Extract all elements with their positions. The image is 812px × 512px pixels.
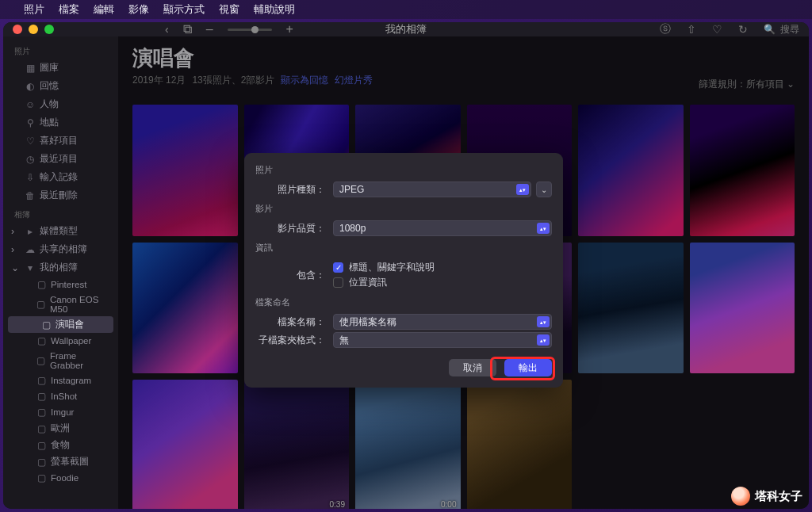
sidebar-item-recent[interactable]: ◷最近項目	[3, 150, 118, 168]
album-icon: ▢	[36, 279, 46, 290]
album-icon: ▢	[41, 319, 51, 331]
rotate-icon[interactable]: ↻	[738, 23, 748, 36]
dialog-section-naming: 檔案命名	[255, 293, 552, 311]
sidebar-item-shared[interactable]: ›☁共享的相簿	[3, 240, 118, 258]
menu-window[interactable]: 視窗	[219, 2, 239, 17]
include-metadata-checkbox[interactable]: ✓ 標題、關鍵字和說明	[333, 261, 552, 274]
aspect-icon[interactable]: ⧉	[183, 22, 192, 36]
sidebar-album-foodie[interactable]: ▢Foodie	[3, 470, 118, 486]
sidebar-album-concert[interactable]: ▢演唱會	[8, 316, 113, 333]
sidebar-item-memories[interactable]: ◐回憶	[3, 77, 118, 95]
menu-edit[interactable]: 編輯	[94, 2, 114, 17]
clock-icon: ◷	[25, 154, 35, 165]
subfolder-select[interactable]: 無 ▴▾	[333, 332, 552, 348]
toolbar-left: ‹ ⧉ – +	[165, 22, 293, 36]
titlebar: ‹ ⧉ – + 我的相簿 ⓢ ⇧ ♡ ↻ 🔍 搜尋	[3, 22, 809, 36]
chevron-right-icon: ›	[11, 244, 14, 255]
expand-options-button[interactable]: ⌄	[536, 181, 552, 197]
cancel-button[interactable]: 取消	[449, 359, 496, 376]
sidebar-item-people[interactable]: ☺人物	[3, 95, 118, 113]
photo-type-label: 照片種類：	[255, 183, 333, 197]
menu-photos[interactable]: 照片	[24, 2, 44, 17]
heart-icon: ♡	[25, 136, 35, 147]
sidebar-item-mediatypes[interactable]: ›▸媒體類型	[3, 222, 118, 240]
video-quality-select[interactable]: 1080p ▴▾	[333, 220, 552, 236]
dialog-section-video: 影片	[255, 200, 552, 218]
menu-image[interactable]: 影像	[128, 2, 149, 17]
favorite-icon[interactable]: ♡	[712, 23, 722, 36]
close-button[interactable]	[13, 25, 22, 34]
export-dialog: 照片 照片種類： JPEG ▴▾ ⌄ 影片 影片品質： 1080p ▴▾ 資訊 …	[244, 153, 563, 388]
dropdown-caret-icon: ▴▾	[537, 334, 550, 346]
sidebar-item-favorites[interactable]: ♡喜好項目	[3, 132, 118, 150]
include-label: 包含：	[255, 269, 333, 282]
album-icon: ▢	[36, 335, 46, 346]
macos-menubar: 照片 檔案 編輯 影像 顯示方式 視窗 輔助說明	[0, 0, 812, 19]
sidebar-item-places[interactable]: ⚲地點	[3, 113, 118, 132]
checkbox-unchecked-icon	[333, 277, 343, 288]
sidebar-album-inshot[interactable]: ▢InShot	[3, 388, 118, 404]
memories-icon: ◐	[25, 81, 35, 92]
share-icon[interactable]: ⇧	[687, 23, 696, 36]
dialog-section-photo: 照片	[255, 161, 552, 179]
sidebar-album-pinterest[interactable]: ▢Pinterest	[3, 277, 118, 292]
sidebar-album-screenshots[interactable]: ▢螢幕截圖	[3, 453, 118, 470]
sidebar-item-myalbums[interactable]: ⌄▾我的相簿	[3, 258, 118, 277]
video-quality-label: 影片品質：	[255, 222, 333, 235]
album-icon: ▢	[36, 375, 46, 386]
pin-icon: ⚲	[25, 117, 35, 128]
album-icon: ▢	[36, 472, 46, 483]
filename-select[interactable]: 使用檔案名稱 ▴▾	[333, 314, 552, 330]
chevron-right-icon: ›	[11, 226, 14, 237]
info-icon[interactable]: ⓢ	[660, 22, 671, 36]
sidebar-album-food[interactable]: ▢食物	[3, 437, 118, 453]
maximize-button[interactable]	[44, 25, 54, 34]
sidebar-album-instagram[interactable]: ▢Instagram	[3, 373, 118, 388]
menu-view[interactable]: 顯示方式	[163, 2, 205, 17]
menu-help[interactable]: 輔助說明	[254, 2, 295, 17]
folder-icon: ▾	[25, 262, 35, 273]
dropdown-caret-icon: ▴▾	[537, 223, 550, 234]
back-button[interactable]: ‹	[165, 23, 169, 36]
sidebar-item-library[interactable]: ▦圖庫	[3, 59, 118, 77]
sidebar-item-imports[interactable]: ⇩輸入記錄	[3, 168, 118, 186]
dialog-section-info: 資訊	[255, 239, 552, 257]
album-icon: ▢	[36, 440, 46, 451]
sidebar-album-imgur[interactable]: ▢Imgur	[3, 404, 118, 420]
menu-file[interactable]: 檔案	[59, 2, 79, 17]
library-icon: ▦	[25, 63, 35, 74]
folder-icon: ▸	[25, 226, 35, 237]
dropdown-caret-icon: ▴▾	[516, 184, 529, 195]
export-button[interactable]: 輸出	[504, 359, 552, 376]
sidebar-album-framegrabber[interactable]: ▢Frame Grabber	[3, 349, 118, 373]
subfolder-label: 子檔案夾格式：	[255, 334, 333, 347]
album-icon: ▢	[36, 299, 45, 310]
sidebar-album-canon[interactable]: ▢Canon EOS M50	[3, 292, 118, 316]
toolbar-right: ⓢ ⇧ ♡ ↻ 🔍 搜尋	[660, 22, 799, 36]
checkbox-checked-icon: ✓	[333, 262, 343, 273]
sidebar-item-deleted[interactable]: 🗑最近刪除	[3, 186, 118, 204]
chevron-down-icon: ⌄	[541, 185, 547, 194]
sidebar-album-wallpaper[interactable]: ▢Wallpaper	[3, 333, 118, 349]
chevron-down-icon: ⌄	[11, 262, 19, 273]
include-location-checkbox[interactable]: 位置資訊	[333, 276, 552, 289]
album-icon: ▢	[36, 391, 46, 402]
sidebar-section-photos: 照片	[3, 41, 118, 59]
search-field[interactable]: 🔍 搜尋	[764, 23, 799, 36]
sidebar-section-albums: 相簿	[3, 204, 118, 222]
filename-label: 檔案名稱：	[255, 315, 333, 329]
album-icon: ▢	[36, 355, 45, 366]
window-controls	[13, 25, 54, 34]
watermark-avatar-icon	[731, 487, 750, 506]
people-icon: ☺	[25, 99, 35, 110]
album-icon: ▢	[36, 457, 46, 468]
dropdown-caret-icon: ▴▾	[537, 316, 550, 327]
sidebar-album-europe[interactable]: ▢歐洲	[3, 420, 118, 437]
photo-type-select[interactable]: JPEG ▴▾	[333, 181, 531, 197]
shared-icon: ☁	[25, 244, 35, 255]
zoom-slider[interactable]	[228, 29, 272, 31]
watermark: 塔科女子	[731, 487, 802, 506]
sidebar: 照片 ▦圖庫 ◐回憶 ☺人物 ⚲地點 ♡喜好項目 ◷最近項目 ⇩輸入記錄 🗑最近…	[3, 36, 118, 509]
minimize-button[interactable]	[29, 25, 38, 34]
import-icon: ⇩	[25, 172, 35, 183]
